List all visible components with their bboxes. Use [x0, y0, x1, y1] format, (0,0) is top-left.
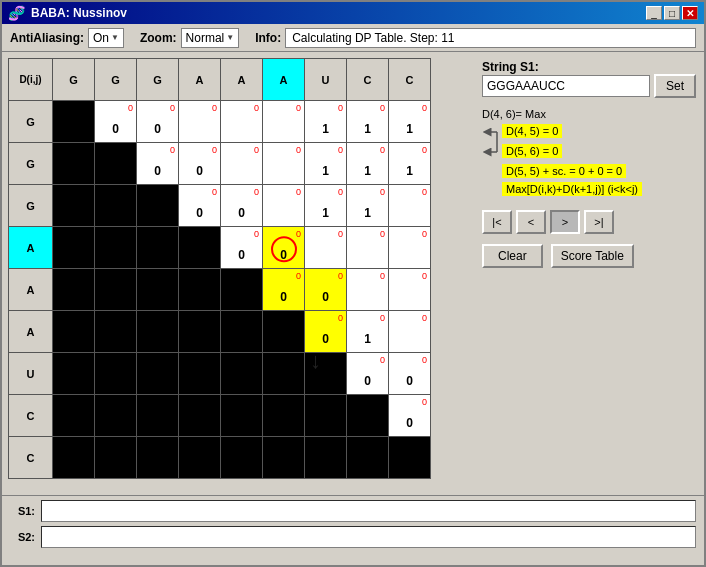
cell-6-9: 0	[389, 311, 431, 353]
header-g2: G	[95, 59, 137, 101]
cell-6-1	[53, 311, 95, 353]
maximize-button[interactable]: □	[664, 6, 680, 20]
cell-1-4: 0	[179, 101, 221, 143]
cell-5-3	[137, 269, 179, 311]
cell-8-7	[305, 395, 347, 437]
antialias-arrow-icon: ▼	[111, 33, 119, 42]
table-row-4: A 0 0	[9, 227, 431, 269]
cell-2-9: 0 1	[389, 143, 431, 185]
cell-1-8: 0 1	[347, 101, 389, 143]
cell-5-9: 0	[389, 269, 431, 311]
header-c2: C	[389, 59, 431, 101]
cell-2-5: 0	[221, 143, 263, 185]
cell-7-9: 0 0	[389, 353, 431, 395]
table-row-1: G 0 0 0 0	[9, 101, 431, 143]
cell-4-6-highlighted: 0 0	[263, 227, 305, 269]
cell-1-5: 0	[221, 101, 263, 143]
annotation-section: D(4, 6)= Max D(4,	[482, 108, 696, 196]
s2-input[interactable]	[41, 526, 696, 548]
cell-2-3: 0 0	[137, 143, 179, 185]
cell-3-7: 0 1	[305, 185, 347, 227]
table-row-2: G 0 0 0	[9, 143, 431, 185]
s1-input[interactable]	[41, 500, 696, 522]
antialias-control: AntiAliasing: On ▼	[10, 28, 124, 48]
cell-5-2	[95, 269, 137, 311]
cell-1-2: 0 0	[95, 101, 137, 143]
score-table-button[interactable]: Score Table	[551, 244, 634, 268]
antialias-label: AntiAliasing:	[10, 31, 84, 45]
cell-6-3	[137, 311, 179, 353]
cell-3-4: 0 0	[179, 185, 221, 227]
cell-1-6: 0	[263, 101, 305, 143]
cell-6-8: 0 1	[347, 311, 389, 353]
window-title: BABA: Nussinov	[31, 6, 127, 20]
info-control: Info: Calculating DP Table. Step: 11	[255, 28, 696, 48]
zoom-arrow-icon: ▼	[226, 33, 234, 42]
header-a3-cyan: A	[263, 59, 305, 101]
nav-prev-button[interactable]: <	[516, 210, 546, 234]
antialias-dropdown[interactable]: On ▼	[88, 28, 124, 48]
cell-2-7: 0 1	[305, 143, 347, 185]
cell-2-1	[53, 143, 95, 185]
cell-1-7: 0 1	[305, 101, 347, 143]
cell-8-1	[53, 395, 95, 437]
s2-row: S2:	[10, 526, 696, 548]
table-row-7: U 0 0	[9, 353, 431, 395]
set-button[interactable]: Set	[654, 74, 696, 98]
cell-6-2	[95, 311, 137, 353]
cell-7-7	[305, 353, 347, 395]
cell-circle	[271, 236, 297, 262]
row-header-u: U	[9, 353, 53, 395]
cell-8-9: 0 0	[389, 395, 431, 437]
s2-label: S2:	[10, 531, 35, 543]
header-c1: C	[347, 59, 389, 101]
cell-3-8: 0 1	[347, 185, 389, 227]
header-dij: D(i,j)	[9, 59, 53, 101]
cell-9-8	[347, 437, 389, 479]
table-row-6: A 0 0	[9, 311, 431, 353]
cell-3-3	[137, 185, 179, 227]
row-header-g2: G	[9, 143, 53, 185]
close-button[interactable]: ✕	[682, 6, 698, 20]
right-panel: String S1: Set D(4, 6)= Max	[474, 52, 704, 495]
string-section: String S1: Set	[482, 60, 696, 98]
cell-5-4	[179, 269, 221, 311]
cell-5-5	[221, 269, 263, 311]
nav-last-button[interactable]: >|	[584, 210, 614, 234]
cell-3-1	[53, 185, 95, 227]
cell-7-2	[95, 353, 137, 395]
annotation-lines: D(4, 5) = 0 D(5, 6) = 0 D(5, 5) + sc. = …	[482, 124, 696, 196]
cell-7-4	[179, 353, 221, 395]
annotation-arrows-svg	[482, 124, 502, 184]
nav-next-button[interactable]: >	[550, 210, 580, 234]
cell-3-6: 0	[263, 185, 305, 227]
cell-9-9	[389, 437, 431, 479]
cell-7-6	[263, 353, 305, 395]
cell-9-1	[53, 437, 95, 479]
cell-9-5	[221, 437, 263, 479]
header-g1: G	[53, 59, 95, 101]
table-row-9: C	[9, 437, 431, 479]
row-header-a1-cyan: A	[9, 227, 53, 269]
cell-4-3	[137, 227, 179, 269]
zoom-dropdown[interactable]: Normal ▼	[181, 28, 240, 48]
d46-annotation: D(4, 6)= Max	[482, 108, 696, 120]
window-controls: _ □ ✕	[646, 6, 698, 20]
action-buttons-row: Clear Score Table	[482, 244, 696, 268]
cell-3-2	[95, 185, 137, 227]
info-label: Info:	[255, 31, 281, 45]
cell-6-4	[179, 311, 221, 353]
minimize-button[interactable]: _	[646, 6, 662, 20]
nav-first-button[interactable]: |<	[482, 210, 512, 234]
string-s1-input[interactable]	[482, 75, 650, 97]
cell-7-5	[221, 353, 263, 395]
header-u: U	[305, 59, 347, 101]
cell-9-6	[263, 437, 305, 479]
cell-9-2	[95, 437, 137, 479]
title-bar: 🧬 BABA: Nussinov _ □ ✕	[2, 2, 704, 24]
row-header-g1: G	[9, 101, 53, 143]
cell-4-5: 0 0	[221, 227, 263, 269]
clear-button[interactable]: Clear	[482, 244, 543, 268]
cell-4-9: 0	[389, 227, 431, 269]
cell-3-5: 0 0	[221, 185, 263, 227]
